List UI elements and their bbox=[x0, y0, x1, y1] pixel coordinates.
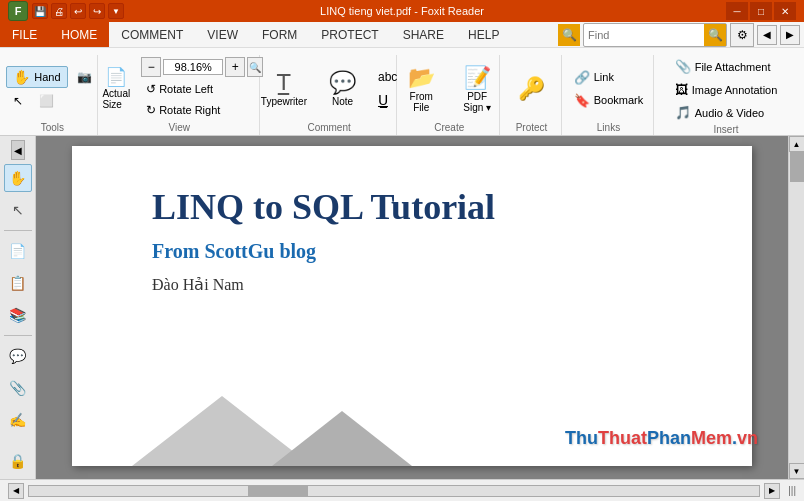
select-text-button[interactable]: ⬜ bbox=[32, 91, 61, 111]
right-scrollbar[interactable]: ▲ ▼ bbox=[788, 136, 804, 479]
rotate-right-button[interactable]: ↻ Rotate Right bbox=[141, 101, 263, 119]
note-icon: 💬 bbox=[329, 70, 356, 96]
ribbon-group-comment: T̲ Typewriter 💬 Note abc U̲ Comment bbox=[262, 55, 398, 135]
menu-bar: FILE HOME COMMENT VIEW FORM PROTECT SHAR… bbox=[0, 22, 804, 48]
settings-button[interactable]: ⚙ bbox=[730, 23, 754, 47]
audio-video-icon: 🎵 bbox=[675, 105, 691, 120]
pdf-sign-button[interactable]: 📝 PDFSign ▾ bbox=[452, 61, 502, 117]
redo-icon[interactable]: ↪ bbox=[89, 3, 105, 19]
main-area: ◀ ✋ ↖ 📄 📋 📚 💬 📎 ✍ 🔒 LINQ to SQL Tutorial… bbox=[0, 136, 804, 479]
file-attachment-icon: 📎 bbox=[675, 59, 691, 74]
select-tool-button[interactable]: ↖ bbox=[6, 91, 30, 111]
note-button[interactable]: 💬 Note bbox=[320, 66, 365, 111]
scroll-right-arrow[interactable]: ▶ bbox=[764, 483, 780, 499]
menu-comment[interactable]: COMMENT bbox=[109, 22, 195, 47]
actual-size-button[interactable]: 📄 ActualSize bbox=[95, 62, 137, 114]
typewriter-icon: T̲ bbox=[277, 70, 290, 96]
pdf-image-area bbox=[132, 386, 752, 466]
menu-protect[interactable]: PROTECT bbox=[309, 22, 390, 47]
note-label: Note bbox=[332, 96, 353, 107]
print-icon[interactable]: 🖨 bbox=[51, 3, 67, 19]
audio-video-button[interactable]: 🎵 Audio & Video bbox=[670, 103, 783, 122]
undo-icon[interactable]: ↩ bbox=[70, 3, 86, 19]
menu-view[interactable]: VIEW bbox=[195, 22, 250, 47]
typewriter-button[interactable]: T̲ Typewriter bbox=[254, 66, 314, 111]
create-label: Create bbox=[407, 120, 491, 135]
menu-home[interactable]: HOME bbox=[49, 22, 109, 47]
sidebar-collapse-button[interactable]: ◀ bbox=[11, 140, 25, 160]
app-icon: F bbox=[8, 1, 28, 21]
file-attachment-button[interactable]: 📎 File Attachment bbox=[670, 57, 783, 76]
sidebar-bookmark-tool[interactable]: 📋 bbox=[4, 269, 32, 297]
snapshot-button[interactable]: 📷 bbox=[70, 66, 99, 88]
sidebar-signature-tool[interactable]: ✍ bbox=[4, 406, 32, 434]
comment-label: Comment bbox=[270, 120, 389, 135]
title-bar: F 💾 🖨 ↩ ↪ ▼ LINQ tieng viet.pdf - Foxit … bbox=[0, 0, 804, 22]
create-content: 📂 FromFile 📝 PDFSign ▾ bbox=[396, 57, 502, 120]
nav-forward-button[interactable]: ▶ bbox=[780, 25, 800, 45]
scroll-track[interactable] bbox=[789, 152, 805, 463]
zoom-in-button[interactable]: + bbox=[225, 57, 245, 77]
watermark-mem: Mem bbox=[691, 428, 732, 448]
scroll-up-arrow[interactable]: ▲ bbox=[789, 136, 805, 152]
watermark-phan: Phan bbox=[647, 428, 691, 448]
nav-back-button[interactable]: ◀ bbox=[757, 25, 777, 45]
ribbon-group-create: 📂 FromFile 📝 PDFSign ▾ Create bbox=[399, 55, 500, 135]
dropdown-icon[interactable]: ▼ bbox=[108, 3, 124, 19]
hand-icon: ✋ bbox=[13, 69, 30, 85]
sidebar-hand-tool[interactable]: ✋ bbox=[4, 164, 32, 192]
ribbon-group-tools: ✋ Hand 📷 ↖ ⬜ Tools bbox=[8, 55, 98, 135]
protect-button[interactable]: 🔑 bbox=[511, 72, 552, 106]
menu-form[interactable]: FORM bbox=[250, 22, 309, 47]
sidebar-attachment-tool[interactable]: 📎 bbox=[4, 374, 32, 402]
sidebar-select-tool[interactable]: ↖ bbox=[4, 196, 32, 224]
scroll-left-arrow[interactable]: ◀ bbox=[8, 483, 24, 499]
sidebar-comment-tool[interactable]: 💬 bbox=[4, 342, 32, 370]
rotate-right-label: Rotate Right bbox=[159, 104, 220, 116]
menu-help[interactable]: HELP bbox=[456, 22, 511, 47]
bookmark-label: Bookmark bbox=[594, 94, 644, 106]
watermark-thuat: Thuat bbox=[598, 428, 647, 448]
typewriter-label: Typewriter bbox=[261, 96, 307, 107]
ribbon-search-area: 🔍 🔍 ⚙ ◀ ▶ bbox=[511, 22, 804, 47]
search-input[interactable] bbox=[584, 27, 704, 43]
ribbon: ✋ Hand 📷 ↖ ⬜ Tools bbox=[0, 48, 804, 136]
search-icon[interactable]: 🔍 bbox=[558, 24, 580, 46]
zoom-out-button[interactable]: − bbox=[141, 57, 161, 77]
save-icon[interactable]: 💾 bbox=[32, 3, 48, 19]
quick-access-toolbar: 💾 🖨 ↩ ↪ ▼ bbox=[32, 3, 124, 19]
pdf-subtitle: From ScottGu blog bbox=[152, 240, 692, 263]
from-file-button[interactable]: 📂 FromFile bbox=[396, 61, 446, 117]
horizontal-scroll-thumb[interactable] bbox=[248, 486, 308, 496]
actual-size-icon: 📄 bbox=[105, 66, 127, 88]
menu-file[interactable]: FILE bbox=[0, 22, 49, 47]
hand-tool-button[interactable]: ✋ Hand bbox=[6, 66, 67, 88]
sidebar-layers-tool[interactable]: 📚 bbox=[4, 301, 32, 329]
scroll-thumb[interactable] bbox=[790, 152, 804, 182]
scroll-down-arrow[interactable]: ▼ bbox=[789, 463, 805, 479]
rotate-right-icon: ↻ bbox=[146, 103, 156, 117]
insert-content: 📎 File Attachment 🖼 Image Annotation 🎵 A… bbox=[670, 57, 783, 122]
bookmark-button[interactable]: 🔖 Bookmark bbox=[569, 91, 649, 110]
close-button[interactable]: ✕ bbox=[774, 2, 796, 20]
maximize-button[interactable]: □ bbox=[750, 2, 772, 20]
search-go-button[interactable]: 🔍 bbox=[704, 24, 726, 46]
menu-share[interactable]: SHARE bbox=[391, 22, 456, 47]
select-text-icon: ⬜ bbox=[39, 94, 54, 108]
pdf-area[interactable]: LINQ to SQL Tutorial From ScottGu blog Đ… bbox=[36, 136, 788, 479]
horizontal-scrollbar[interactable] bbox=[28, 485, 760, 497]
pdf-author: Đào Hải Nam bbox=[152, 275, 692, 294]
image-annotation-button[interactable]: 🖼 Image Annotation bbox=[670, 80, 783, 99]
sidebar-security-tool[interactable]: 🔒 bbox=[4, 447, 32, 475]
from-file-label: FromFile bbox=[410, 91, 433, 113]
pdf-page: LINQ to SQL Tutorial From ScottGu blog Đ… bbox=[72, 146, 752, 466]
left-sidebar: ◀ ✋ ↖ 📄 📋 📚 💬 📎 ✍ 🔒 bbox=[0, 136, 36, 479]
rotate-left-button[interactable]: ↺ Rotate Left bbox=[141, 80, 263, 98]
sidebar-page-tool[interactable]: 📄 bbox=[4, 237, 32, 265]
insert-col: 📎 File Attachment 🖼 Image Annotation 🎵 A… bbox=[670, 57, 783, 122]
zoom-controls: − 98.16% + 🔍 ↺ Rotate Left ↻ Rotate Righ… bbox=[141, 57, 263, 119]
minimize-button[interactable]: ─ bbox=[726, 2, 748, 20]
zoom-input[interactable]: 98.16% bbox=[163, 59, 223, 75]
watermark: ThuThuatPhanMem.vn bbox=[565, 428, 758, 449]
link-button[interactable]: 🔗 Link bbox=[569, 68, 649, 87]
